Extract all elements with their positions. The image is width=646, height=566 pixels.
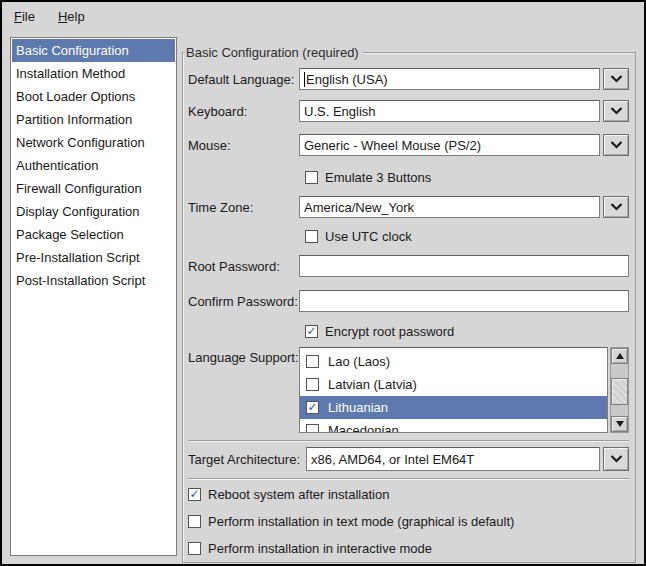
text-mode-install-checkbox[interactable]: Perform installation in text mode (graph… <box>188 514 629 529</box>
chevron-down-icon <box>610 455 623 463</box>
reboot-after-install-label: Reboot system after installation <box>208 487 389 502</box>
language-option-latvian[interactable]: Latvian (Latvia) <box>300 373 607 396</box>
keyboard-row: Keyboard: U.S. English <box>188 100 629 122</box>
mouse-dropdown-button[interactable] <box>603 134 629 156</box>
mouse-value: Generic - Wheel Mouse (PS/2) <box>304 138 481 153</box>
keyboard-value: U.S. English <box>304 104 376 119</box>
scroll-down-button[interactable] <box>611 416 628 432</box>
use-utc-clock-label: Use UTC clock <box>325 229 412 244</box>
emulate-3-buttons-checkbox[interactable]: Emulate 3 Buttons <box>305 170 629 185</box>
target-architecture-row: Target Architecture: x86, AMD64, or Inte… <box>188 447 629 471</box>
target-architecture-entry[interactable]: x86, AMD64, or Intel EM64T <box>306 447 600 471</box>
keyboard-combo[interactable]: U.S. English <box>299 100 629 122</box>
checkbox-icon[interactable] <box>188 542 201 555</box>
default-language-label: Default Language: <box>188 72 299 87</box>
target-architecture-dropdown-button[interactable] <box>603 447 629 471</box>
time-zone-value: America/New_York <box>304 200 414 215</box>
menu-file[interactable]: File <box>10 7 39 26</box>
sidebar-item-network-configuration[interactable]: Network Configuration <box>12 131 175 154</box>
sidebar-item-pre-installation-script[interactable]: Pre-Installation Script <box>12 246 175 269</box>
scrollbar-track[interactable] <box>611 364 628 416</box>
mouse-row: Mouse: Generic - Wheel Mouse (PS/2) <box>188 134 629 156</box>
menu-file-label: File <box>14 9 35 24</box>
section-list: Basic Configuration Installation Method … <box>10 37 177 556</box>
keyboard-label: Keyboard: <box>188 104 299 119</box>
checkbox-icon[interactable] <box>306 424 319 433</box>
root-password-label: Root Password: <box>188 259 299 274</box>
menu-help[interactable]: Help <box>54 7 89 26</box>
encrypt-root-password-checkbox[interactable]: Encrypt root password <box>305 324 629 339</box>
checkbox-icon[interactable] <box>188 488 201 501</box>
scroll-up-button[interactable] <box>611 348 628 364</box>
time-zone-entry[interactable]: America/New_York <box>299 196 600 218</box>
checkbox-icon[interactable] <box>305 230 318 243</box>
confirm-password-row: Confirm Password: <box>188 290 629 312</box>
default-language-dropdown-button[interactable] <box>603 68 629 90</box>
checkbox-icon[interactable] <box>188 515 201 528</box>
time-zone-dropdown-button[interactable] <box>603 196 629 218</box>
language-option-macedonian[interactable]: Macedonian <box>300 419 607 433</box>
sidebar-item-authentication[interactable]: Authentication <box>12 154 175 177</box>
checkbox-icon[interactable] <box>306 378 319 391</box>
default-language-entry[interactable]: English (USA) <box>299 68 600 90</box>
language-support-row: Language Support: Lao (Laos) Latvian (La… <box>188 347 629 433</box>
text-caret <box>304 72 305 87</box>
kickstart-configurator-window: File Help Basic Configuration Installati… <box>0 0 646 566</box>
interactive-install-label: Perform installation in interactive mode <box>208 541 432 556</box>
language-option-label: Latvian (Latvia) <box>328 377 417 392</box>
chevron-down-icon <box>610 141 623 149</box>
sidebar-item-boot-loader-options[interactable]: Boot Loader Options <box>12 85 175 108</box>
language-support-list-container: Lao (Laos) Latvian (Latvia) Lithuanian <box>299 347 629 433</box>
language-option-lao[interactable]: Lao (Laos) <box>300 350 607 373</box>
interactive-install-checkbox[interactable]: Perform installation in interactive mode <box>188 541 629 556</box>
default-language-combo[interactable]: English (USA) <box>299 68 629 90</box>
sidebar-item-firewall-configuration[interactable]: Firewall Configuration <box>12 177 175 200</box>
time-zone-combo[interactable]: America/New_York <box>299 196 629 218</box>
language-option-label: Lao (Laos) <box>328 354 390 369</box>
sidebar-item-basic-configuration[interactable]: Basic Configuration <box>12 39 175 62</box>
language-option-label: Lithuanian <box>328 400 388 415</box>
menu-help-label: Help <box>58 9 85 24</box>
target-architecture-label: Target Architecture: <box>188 452 300 467</box>
keyboard-entry[interactable]: U.S. English <box>299 100 600 122</box>
target-architecture-combo[interactable]: x86, AMD64, or Intel EM64T <box>306 447 629 471</box>
sidebar-item-installation-method[interactable]: Installation Method <box>12 62 175 85</box>
language-support-label: Language Support: <box>188 350 299 365</box>
chevron-down-icon <box>610 75 623 83</box>
default-language-value: English (USA) <box>306 72 388 87</box>
emulate-3-buttons-label: Emulate 3 Buttons <box>325 170 431 185</box>
scroll-up-icon <box>616 353 624 359</box>
mouse-entry[interactable]: Generic - Wheel Mouse (PS/2) <box>299 134 600 156</box>
confirm-password-label: Confirm Password: <box>188 294 299 309</box>
sidebar-item-post-installation-script[interactable]: Post-Installation Script <box>12 269 175 292</box>
mouse-label: Mouse: <box>188 138 299 153</box>
language-option-lithuanian[interactable]: Lithuanian <box>300 396 607 419</box>
checkbox-icon[interactable] <box>306 355 319 368</box>
sidebar-item-package-selection[interactable]: Package Selection <box>12 223 175 246</box>
checkbox-icon[interactable] <box>305 325 318 338</box>
scrollbar-thumb[interactable] <box>611 378 628 405</box>
checkbox-icon[interactable] <box>306 401 319 414</box>
root-password-row: Root Password: <box>188 255 629 277</box>
basic-configuration-panel: Basic Configuration (required) Default L… <box>182 52 636 563</box>
language-option-label: Macedonian <box>328 423 399 433</box>
language-support-list[interactable]: Lao (Laos) Latvian (Latvia) Lithuanian <box>299 347 608 433</box>
confirm-password-input[interactable] <box>299 290 629 312</box>
mouse-combo[interactable]: Generic - Wheel Mouse (PS/2) <box>299 134 629 156</box>
sidebar-item-display-configuration[interactable]: Display Configuration <box>12 200 175 223</box>
target-architecture-value: x86, AMD64, or Intel EM64T <box>311 452 474 467</box>
time-zone-row: Time Zone: America/New_York <box>188 196 629 218</box>
use-utc-clock-checkbox[interactable]: Use UTC clock <box>305 229 629 244</box>
chevron-down-icon <box>610 107 623 115</box>
checkbox-icon[interactable] <box>305 171 318 184</box>
reboot-after-install-checkbox[interactable]: Reboot system after installation <box>188 487 629 502</box>
scroll-down-icon <box>616 421 624 427</box>
root-password-input[interactable] <box>299 255 629 277</box>
default-language-row: Default Language: English (USA) <box>188 68 629 90</box>
sidebar-item-partition-information[interactable]: Partition Information <box>12 108 175 131</box>
chevron-down-icon <box>610 203 623 211</box>
menu-bar: File Help <box>2 2 644 30</box>
language-list-scrollbar[interactable] <box>610 347 629 433</box>
time-zone-label: Time Zone: <box>188 200 299 215</box>
keyboard-dropdown-button[interactable] <box>603 100 629 122</box>
